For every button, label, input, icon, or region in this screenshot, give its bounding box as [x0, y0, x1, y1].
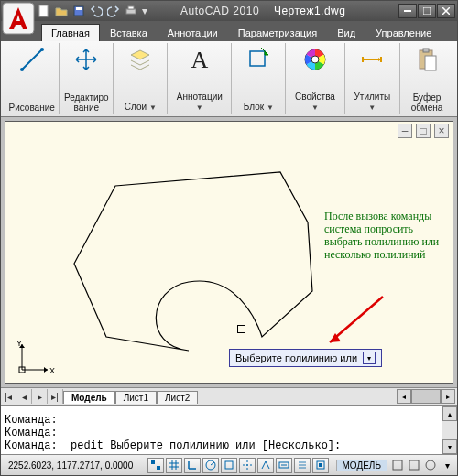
color-wheel-icon	[301, 45, 329, 74]
layout-nav-last[interactable]: ▸|	[48, 389, 63, 404]
qat-save-icon[interactable]	[72, 5, 85, 17]
chevron-down-icon: ▼	[196, 103, 203, 112]
status-qp-toggle[interactable]	[312, 458, 329, 473]
status-tray-icon[interactable]	[424, 459, 437, 471]
status-ducs-toggle[interactable]	[257, 458, 274, 473]
chevron-down-icon: ▼	[267, 103, 274, 112]
chevron-down-icon: ▼	[311, 103, 319, 112]
vscroll-down[interactable]: ▾	[442, 439, 457, 454]
ucs-icon: YX	[13, 333, 59, 379]
svg-rect-21	[157, 466, 160, 470]
panel-properties[interactable]: Свойства ▼	[286, 43, 344, 114]
command-line: Команда: pedit Выберите полилинию или [Н…	[5, 439, 438, 452]
tab-annotate[interactable]: Аннотации	[158, 24, 228, 41]
svg-text:A: A	[191, 47, 208, 73]
svg-text:Y: Y	[16, 339, 22, 348]
qat-new-icon[interactable]	[38, 5, 50, 17]
svg-text:X: X	[49, 366, 55, 375]
chevron-down-icon: ▼	[368, 103, 376, 112]
svg-rect-6	[404, 10, 411, 12]
status-tray-icon[interactable]	[408, 459, 420, 471]
panel-block[interactable]: Блок ▼	[232, 43, 286, 114]
app-menu-button[interactable]	[2, 2, 35, 35]
panel-label: Аннотации	[177, 92, 223, 102]
tab-parametric[interactable]: Параметризация	[228, 24, 327, 41]
maximize-button[interactable]	[418, 4, 436, 18]
command-window[interactable]: Команда: Команда: Команда: pedit Выберит…	[1, 406, 457, 454]
qat-more-icon[interactable]: ▾	[142, 5, 147, 17]
tab-manage[interactable]: Управление	[365, 24, 442, 41]
svg-rect-26	[319, 463, 322, 467]
layout-tab-sheet1[interactable]: Лист1	[115, 391, 157, 404]
svg-point-13	[311, 56, 319, 63]
hscroll-right[interactable]: ▸	[441, 389, 455, 404]
panel-modify[interactable]: Редактиро вание	[60, 43, 114, 114]
minimize-button[interactable]	[398, 4, 417, 18]
chevron-down-icon: ▼	[149, 103, 157, 112]
layout-nav-first[interactable]: |◂	[1, 389, 16, 404]
status-space-button[interactable]: МОДЕЛЬ	[336, 460, 387, 471]
hscroll-left[interactable]: ◂	[397, 389, 411, 404]
panel-utilities[interactable]: Утилиты ▼	[345, 43, 400, 114]
panel-label: Слои	[125, 102, 147, 112]
close-button[interactable]	[437, 4, 455, 18]
status-osnap-toggle[interactable]	[221, 458, 237, 473]
status-grid-toggle[interactable]	[166, 458, 182, 473]
layout-tabs: |◂ ◂ ▸ ▸| Модель Лист1 Лист2 ◂ ▸	[1, 387, 457, 406]
layout-tab-sheet2[interactable]: Лист2	[157, 391, 198, 404]
qat-print-icon[interactable]	[125, 5, 137, 17]
command-line: Команда:	[5, 414, 438, 427]
svg-rect-11	[250, 51, 265, 66]
svg-rect-4	[126, 9, 136, 14]
svg-point-29	[426, 460, 435, 470]
svg-rect-27	[393, 460, 402, 470]
svg-rect-23	[225, 461, 233, 469]
status-lwt-toggle[interactable]	[294, 458, 311, 473]
layers-icon	[126, 45, 154, 74]
clipboard-icon	[413, 45, 441, 74]
panel-clipboard[interactable]: Буфер обмена	[400, 43, 453, 114]
status-polar-toggle[interactable]	[202, 458, 219, 473]
status-otrack-toggle[interactable]	[239, 458, 256, 473]
svg-rect-5	[128, 6, 134, 9]
measure-icon	[358, 45, 386, 74]
panel-annotation[interactable]: A Аннотации ▼	[168, 43, 232, 114]
layout-nav-next[interactable]: ▸	[32, 389, 48, 404]
tab-insert[interactable]: Вставка	[100, 24, 158, 41]
panel-draw[interactable]: Рисование	[5, 43, 60, 114]
tab-home[interactable]: Главная	[41, 24, 100, 41]
qat-undo-icon[interactable]	[90, 5, 103, 17]
ribbon: Рисование Редактиро вание Слои ▼ A Аннот…	[1, 41, 457, 117]
svg-rect-3	[76, 7, 82, 10]
layout-tab-model[interactable]: Модель	[63, 391, 115, 404]
status-dyn-toggle[interactable]	[276, 458, 292, 473]
svg-rect-15	[423, 49, 429, 52]
panel-label: Редактиро вание	[64, 92, 109, 113]
panel-label: Буфер обмена	[411, 92, 443, 113]
coordinates-readout[interactable]: 2252.6023, 1177.2717, 0.0000	[1, 460, 144, 471]
qat-open-icon[interactable]	[55, 5, 68, 17]
vscroll-up[interactable]: ▴	[442, 406, 457, 421]
panel-label: Блок	[244, 102, 264, 112]
layout-nav-prev[interactable]: ◂	[16, 389, 32, 404]
annotation-arrow	[317, 291, 399, 355]
svg-point-9	[40, 48, 44, 51]
status-tray-icon[interactable]	[391, 459, 404, 471]
panel-label: Рисование	[8, 103, 54, 113]
qat-redo-icon[interactable]	[107, 5, 120, 17]
svg-point-8	[20, 68, 24, 71]
panel-layers[interactable]: Слои ▼	[114, 43, 168, 114]
annotation-text: После вызова команды система попросить в…	[324, 210, 453, 261]
status-tray-menu[interactable]: ▾	[441, 459, 453, 471]
tab-view[interactable]: Вид	[327, 24, 365, 41]
hscroll-thumb[interactable]	[411, 389, 441, 404]
status-snap-toggle[interactable]	[147, 458, 164, 473]
drawing-area[interactable]: – □ × YX Выберите полилинию или ▾	[5, 121, 453, 384]
svg-rect-7	[423, 7, 431, 15]
ribbon-tabs: Главная Вставка Аннотации Параметризация…	[1, 21, 457, 41]
svg-rect-20	[151, 460, 155, 464]
pickbox-cursor	[237, 325, 245, 333]
move-icon	[72, 45, 100, 74]
document-name: Чертеж1.dwg	[274, 5, 346, 17]
status-ortho-toggle[interactable]	[184, 458, 201, 473]
